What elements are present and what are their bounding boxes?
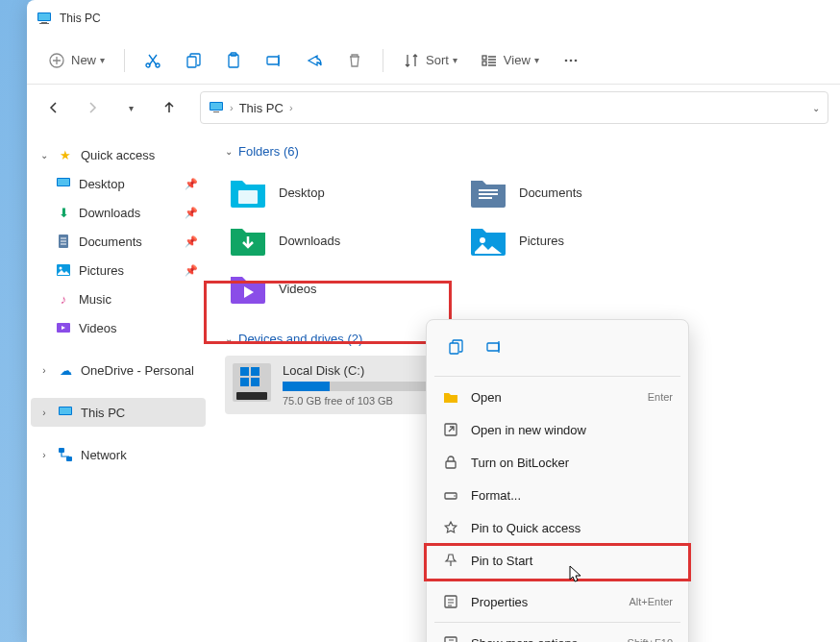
desktop-folder-icon	[229, 175, 267, 210]
folder-downloads[interactable]: Downloads	[225, 216, 465, 264]
video-icon	[56, 320, 71, 335]
cut-button[interactable]	[135, 43, 171, 78]
share-icon	[306, 52, 323, 69]
svg-rect-11	[482, 56, 486, 60]
forward-button[interactable]	[77, 92, 108, 123]
drive-icon	[233, 363, 271, 402]
ctx-pin-start[interactable]: Pin to Start	[432, 544, 682, 577]
svg-rect-27	[59, 448, 64, 453]
arrow-left-icon	[46, 100, 62, 115]
pictures-folder-icon	[469, 223, 507, 258]
folder-videos[interactable]: Videos	[225, 264, 465, 312]
this-pc-icon	[37, 11, 52, 26]
arrow-right-icon	[85, 100, 100, 115]
ctx-open-new-window[interactable]: Open in new window	[432, 413, 682, 446]
svg-rect-28	[66, 457, 72, 461]
folders-section-header[interactable]: ⌄ Folders (6)	[225, 144, 825, 159]
recent-button[interactable]: ▾	[115, 92, 146, 123]
address-bar[interactable]: › This PC › ⌄	[200, 91, 828, 124]
sidebar-item-music[interactable]: ♪ Music	[31, 284, 206, 313]
folder-documents[interactable]: Documents	[465, 168, 705, 216]
svg-point-5	[146, 63, 150, 67]
videos-folder-icon	[229, 271, 267, 306]
pin-icon: 📌	[185, 207, 198, 219]
view-button[interactable]: View ▾	[471, 43, 549, 78]
back-button[interactable]	[38, 92, 69, 123]
svg-rect-1	[38, 13, 50, 20]
ctx-more-options[interactable]: Show more options Shift+F10	[432, 627, 682, 642]
delete-button[interactable]	[336, 43, 373, 78]
svg-rect-17	[210, 103, 222, 110]
separator	[124, 49, 125, 72]
chevron-down-icon: ▾	[129, 103, 134, 113]
sidebar-this-pc[interactable]: › This PC	[31, 398, 206, 427]
star-icon: ★	[58, 147, 73, 162]
this-pc-icon	[209, 100, 224, 115]
scissors-icon	[144, 52, 161, 69]
folder-desktop[interactable]: Desktop	[225, 168, 465, 216]
copy-icon	[447, 338, 464, 356]
svg-point-40	[454, 495, 456, 497]
ctx-rename-button[interactable]	[477, 330, 511, 364]
toolbar: New ▾ Sort ▾ View ▾	[27, 37, 840, 85]
ctx-properties[interactable]: Properties Alt+Enter	[432, 585, 682, 618]
chevron-right-icon: ›	[38, 407, 50, 418]
sidebar-quick-access[interactable]: ⌄ ★ Quick access	[31, 140, 206, 169]
chevron-down-icon: ⌄	[225, 146, 233, 157]
sidebar-item-downloads[interactable]: ⬇ Downloads 📌	[31, 198, 206, 227]
more-icon	[442, 634, 459, 642]
sort-button[interactable]: Sort ▾	[393, 43, 467, 78]
sidebar-item-videos[interactable]: Videos	[31, 313, 206, 342]
sidebar-item-desktop[interactable]: Desktop 📌	[31, 169, 206, 198]
ctx-open[interactable]: Open Enter	[432, 381, 682, 413]
more-button[interactable]	[553, 43, 589, 78]
chevron-down-icon[interactable]: ⌄	[812, 103, 820, 113]
share-button[interactable]	[296, 43, 333, 78]
pin-icon: 📌	[185, 264, 198, 277]
pin-icon: 📌	[185, 178, 198, 190]
up-button[interactable]	[154, 92, 185, 123]
svg-rect-29	[238, 190, 258, 204]
rename-button[interactable]	[256, 43, 292, 78]
copy-button[interactable]	[175, 43, 211, 78]
ctx-pin-quick[interactable]: Pin to Quick access	[432, 511, 682, 544]
documents-folder-icon	[469, 175, 507, 210]
sidebar-item-documents[interactable]: Documents 📌	[31, 227, 206, 256]
format-icon	[442, 486, 459, 504]
separator	[383, 49, 383, 72]
paste-button[interactable]	[215, 43, 252, 78]
svg-rect-2	[41, 22, 47, 23]
ctx-copy-button[interactable]	[438, 330, 473, 364]
rename-icon	[265, 52, 283, 69]
svg-rect-20	[58, 179, 69, 185]
copy-icon	[185, 52, 202, 69]
new-window-icon	[442, 421, 459, 438]
chevron-down-icon: ▾	[534, 55, 539, 65]
svg-rect-18	[213, 111, 219, 112]
separator	[434, 376, 680, 377]
separator	[434, 580, 680, 581]
document-icon	[56, 234, 71, 249]
chevron-down-icon: ▾	[453, 55, 457, 65]
svg-rect-8	[229, 55, 238, 67]
sidebar-onedrive[interactable]: › ☁ OneDrive - Personal	[31, 356, 206, 384]
ctx-bitlocker[interactable]: Turn on BitLocker	[432, 446, 682, 479]
svg-rect-34	[251, 378, 259, 386]
sidebar-network[interactable]: › Network	[31, 440, 206, 469]
breadcrumb-location[interactable]: This PC	[239, 101, 284, 115]
download-icon: ⬇	[56, 205, 71, 220]
lock-icon	[442, 454, 459, 471]
chevron-right-icon: ›	[38, 365, 50, 376]
view-icon	[481, 52, 498, 69]
plus-icon	[48, 52, 65, 69]
context-menu: Open Enter Open in new window Turn on Bi…	[426, 319, 689, 642]
new-button[interactable]: New ▾	[38, 43, 114, 78]
ctx-format[interactable]: Format...	[432, 479, 682, 511]
titlebar[interactable]: This PC	[27, 0, 840, 37]
svg-rect-35	[450, 343, 458, 354]
svg-point-15	[575, 59, 578, 62]
window-title: This PC	[60, 12, 101, 25]
svg-rect-7	[187, 57, 196, 67]
sidebar-item-pictures[interactable]: Pictures 📌	[31, 256, 206, 284]
folder-pictures[interactable]: Pictures	[465, 216, 705, 264]
